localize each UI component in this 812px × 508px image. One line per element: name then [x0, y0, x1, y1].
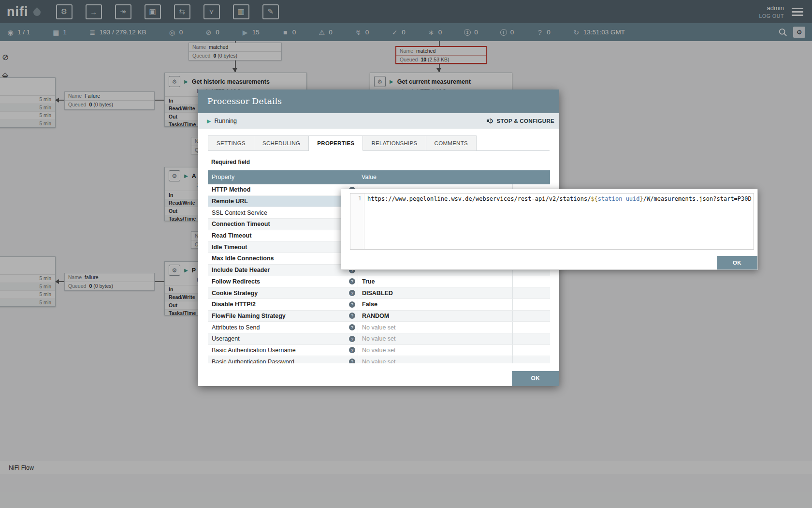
property-name-cell: SSL Context Service? [208, 207, 358, 218]
value-editor-content[interactable]: https://www.pegelonline.wsv.de/webservic… [364, 194, 754, 249]
help-icon[interactable]: ? [349, 359, 355, 363]
line-number-gutter: 1 [350, 194, 364, 249]
property-row[interactable]: Attributes to Send?No value set [208, 322, 550, 333]
property-name-cell: Cookie Strategy? [208, 287, 358, 299]
properties-table-header: Property Value [208, 170, 550, 184]
property-extra-cell [512, 311, 550, 322]
tab-properties[interactable]: PROPERTIES [309, 135, 363, 151]
property-row[interactable]: Useragent?No value set [208, 333, 550, 345]
property-column-header: Property [208, 170, 358, 184]
property-name-cell: Idle Timeout? [208, 241, 358, 253]
property-name: Basic Authentication Password [212, 359, 294, 363]
property-name: Useragent [212, 335, 240, 342]
property-extra-cell [512, 299, 550, 310]
nifi-app: nifi ⚙→↠▣⇆⋎▥✎ admin LOG OUT ◉1 / 1▦1≣193… [0, 0, 812, 508]
tab-comments[interactable]: COMMENTS [426, 135, 477, 151]
editor-ok-button[interactable]: OK [717, 256, 757, 269]
property-name: Disable HTTP/2 [212, 301, 256, 308]
property-name-cell: Basic Authentication Username? [208, 345, 358, 356]
property-name-cell: Follow Redirects? [208, 276, 358, 287]
property-name: HTTP Method [212, 186, 250, 193]
tab-settings[interactable]: SETTINGS [208, 135, 254, 151]
processor-run-status: Running [214, 118, 237, 124]
running-icon: ▶ [207, 118, 211, 124]
code-segment-parameter: station_uuid [598, 195, 640, 202]
stop-configure-label: STOP & CONFIGURE [497, 118, 554, 124]
property-value-cell[interactable]: RANDOM [358, 311, 512, 322]
property-name-cell: Max Idle Connections? [208, 253, 358, 264]
tab-relationships[interactable]: RELATIONSHIPS [363, 135, 426, 151]
property-name-cell: Attributes to Send? [208, 322, 358, 333]
tab-scheduling[interactable]: SCHEDULING [254, 135, 309, 151]
help-icon[interactable]: ? [349, 301, 355, 308]
property-name: Follow Redirects [212, 278, 260, 285]
property-name-cell: Connection Timeout? [208, 219, 358, 230]
property-name: SSL Context Service [212, 209, 267, 216]
property-name-cell: Include Date Header? [208, 265, 358, 276]
property-extra-cell [512, 356, 550, 363]
property-name: Attributes to Send [212, 324, 260, 331]
dialog-status-row: ▶ Running ⚙ STOP & CONFIGURE [198, 113, 559, 129]
code-segment-bracket: ${ [591, 195, 597, 202]
property-value-cell[interactable]: No value set [358, 333, 512, 344]
code-segment-bracket: } [640, 195, 643, 202]
property-extra-cell [512, 322, 550, 333]
code-segment-plain: /W/measurements.json?start=P30D [643, 195, 752, 202]
help-icon[interactable]: ? [349, 324, 355, 330]
property-name: FlowFile Naming Strategy [212, 313, 286, 319]
property-name: Cookie Strategy [212, 290, 258, 297]
value-column-header: Value [358, 170, 377, 184]
property-name: Include Date Header [212, 267, 270, 273]
dialog-ok-button[interactable]: OK [512, 371, 559, 386]
help-icon[interactable]: ? [349, 313, 355, 319]
help-icon[interactable]: ? [349, 336, 355, 342]
dialog-tabs: SETTINGSSCHEDULINGPROPERTIESRELATIONSHIP… [208, 135, 550, 151]
property-row[interactable]: Cookie Strategy?DISABLED [208, 287, 550, 299]
property-name: Connection Timeout [212, 221, 270, 227]
property-row[interactable]: Basic Authentication Username?No value s… [208, 345, 550, 357]
stop-and-configure-button[interactable]: ⚙ STOP & CONFIGURE [488, 117, 554, 125]
property-value-cell[interactable]: No value set [358, 322, 512, 333]
property-extra-cell [512, 333, 550, 344]
property-value-cell[interactable]: DISABLED [358, 287, 512, 299]
property-row[interactable]: FlowFile Naming Strategy?RANDOM [208, 311, 550, 322]
code-segment-plain: https://www.pegelonline.wsv.de/webservic… [367, 195, 591, 202]
property-name: Idle Timeout [212, 244, 247, 251]
property-name-cell: Read Timeout? [208, 230, 358, 241]
stop-configure-icon: ⚙ [488, 117, 494, 125]
help-icon[interactable]: ? [349, 278, 355, 284]
property-name-cell: FlowFile Naming Strategy? [208, 311, 358, 322]
property-value-editor-popup: 1 https://www.pegelonline.wsv.de/webserv… [341, 189, 758, 270]
property-value-cell[interactable]: False [358, 299, 512, 310]
property-name-cell: HTTP Method? [208, 184, 358, 195]
property-value-cell[interactable]: No value set [358, 345, 512, 356]
property-extra-cell [512, 287, 550, 299]
property-name: Max Idle Connections [212, 255, 274, 262]
property-row[interactable]: Disable HTTP/2?False [208, 299, 550, 311]
help-icon[interactable]: ? [349, 290, 355, 296]
property-name-cell: Disable HTTP/2? [208, 299, 358, 310]
property-extra-cell [512, 276, 550, 287]
property-name-cell: Basic Authentication Password? [208, 356, 358, 363]
dialog-title: Processor Details [198, 90, 559, 113]
help-icon[interactable]: ? [349, 347, 355, 353]
property-extra-cell [512, 345, 550, 356]
property-value-cell[interactable]: No value set [358, 356, 512, 363]
required-field-label: Required field [211, 159, 559, 165]
property-row[interactable]: Basic Authentication Password?No value s… [208, 356, 550, 363]
property-name: Basic Authentication Username [212, 347, 296, 354]
property-name: Remote URL [212, 198, 248, 205]
property-row[interactable]: Follow Redirects?True [208, 276, 550, 288]
property-value-cell[interactable]: True [358, 276, 512, 287]
property-name-cell: Remote URL? [208, 196, 358, 207]
property-name: Read Timeout [212, 232, 251, 239]
property-name-cell: Useragent? [208, 333, 358, 344]
value-editor[interactable]: 1 https://www.pegelonline.wsv.de/webserv… [350, 193, 754, 250]
